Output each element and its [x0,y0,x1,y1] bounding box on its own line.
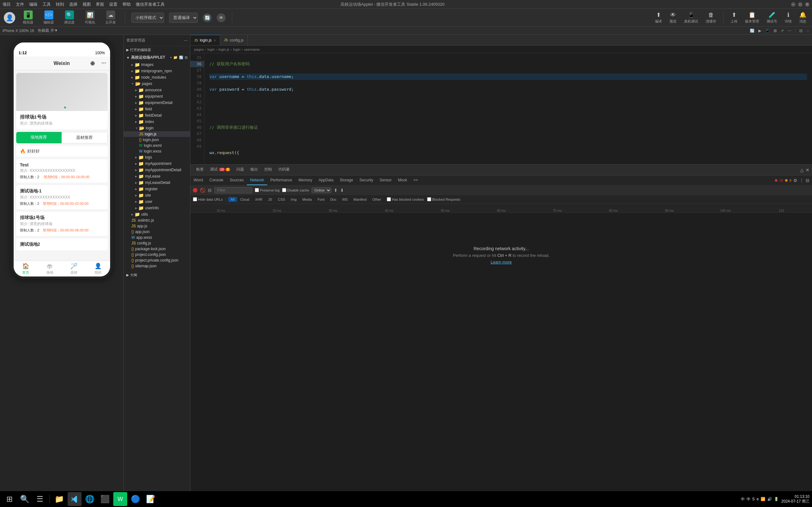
simulator-btn[interactable]: 📱 模拟器 [20,9,36,26]
type-all[interactable]: All [228,197,237,202]
type-js[interactable]: JS [266,197,275,202]
cache-btn[interactable]: 🗑 清缓存 [704,10,718,25]
tree-login-wxml[interactable]: W login.wxml [124,143,190,149]
terminal-taskbar-btn[interactable]: ⬛ [98,492,112,506]
sim-share[interactable]: ↗ [780,29,784,33]
project-section[interactable]: ▼ 高校运动场APPLET + 📁 🔄 ⊟ [124,54,190,61]
breadcrumb-login2[interactable]: login [233,48,241,51]
tree-my-lease[interactable]: ▶ 📁 myLease [124,173,190,179]
clear-btn[interactable]: 🚫 [200,188,205,193]
user-avatar[interactable]: 👤 [4,12,15,23]
sim-layout[interactable]: ⊞ [774,29,777,33]
net-tab-console[interactable]: Console [206,175,226,185]
type-media[interactable]: Media [300,197,314,202]
chrome-taskbar-btn[interactable]: 🌐 [83,492,97,506]
menu-interface[interactable]: 界面 [96,2,104,7]
menu-wechat[interactable]: 微信开发者工具 [136,2,165,7]
tree-utils[interactable]: ▶ 📁 utils [124,211,190,218]
input-method-icon[interactable]: 中 [741,497,745,502]
tab-config-js[interactable]: JS config.js [220,35,248,45]
explorer-scroll[interactable]: ▶ 打开的编辑器 ▼ 高校运动场APPLET + 📁 🔄 ⊟ ▶ 📁 image… [124,46,190,506]
tree-equipment-detail[interactable]: ▶ 📁 equipmentDetail [124,100,190,106]
tree-app-json[interactable]: {} app.json [124,229,190,235]
tree-login[interactable]: ▼ 📂 login [124,125,190,131]
explorer-add-btn[interactable]: ⋯ [184,38,188,43]
compile-select[interactable]: 普通编译 [169,13,198,23]
tree-app-js[interactable]: JS app.js [124,223,190,229]
word-taskbar-btn[interactable]: 📝 [144,492,158,506]
tree-package-lock[interactable]: {} package-lock.json [124,246,190,252]
ime-icon[interactable]: 中 [747,497,751,502]
tree-my-lease-detail[interactable]: ▶ 📁 myLeaseDetail [124,179,190,186]
maximize-button[interactable]: □ [798,2,803,7]
sim-more[interactable]: ⋯ [788,29,792,33]
debugger-btn[interactable]: 🔍 调试器 [61,9,77,26]
volume-icon[interactable]: 🔊 [767,497,772,501]
learn-more-link[interactable]: Learn more [491,260,511,265]
preview-btn[interactable]: 👁 预览 [668,10,678,25]
editor-btn[interactable]: </> 编辑器 [41,9,56,26]
tree-equipment[interactable]: ▶ 📁 equipment [124,93,190,100]
record-btn[interactable] [193,188,197,192]
tree-user-info[interactable]: ▶ 📁 userInfo [124,205,190,211]
nav-mine[interactable]: 👤 我的 [86,263,110,275]
tree-project-private[interactable]: {} project.private.config.json [124,258,190,263]
type-other[interactable]: Other [370,197,384,202]
net-tab-appdata[interactable]: AppData [315,175,337,185]
has-blocked-checkbox[interactable] [387,197,391,201]
devtools-close-btn[interactable]: ✕ [806,167,809,172]
vscode-taskbar-btn[interactable] [67,492,82,506]
net-tab-sources[interactable]: Sources [226,175,247,185]
net-tab-storage[interactable]: Storage [337,175,356,185]
screenshot-btn[interactable]: 热截载 开▼ [38,28,58,33]
tree-field[interactable]: ▶ 📁 field [124,106,190,112]
tree-login-js[interactable]: JS login.js [124,131,190,137]
menu-project[interactable]: 项目 [3,2,11,7]
tree-field-detail[interactable]: ▶ 📁 fieldDetail [124,112,190,119]
close-tab-login-js[interactable]: ✕ [213,39,216,42]
more-options[interactable]: ··· [806,29,809,33]
new-folder-icon[interactable]: 📁 [173,55,178,60]
close-button[interactable]: ✕ [805,2,809,7]
tree-my-appointment-detail[interactable]: ▶ 📁 myAppointmentDetail [124,167,190,173]
net-tab-security[interactable]: Security [356,175,376,185]
upload-icon[interactable]: ⬆ [334,188,338,193]
preserve-log-checkbox[interactable] [255,188,259,192]
sim-mobile[interactable]: 📱 [765,29,770,33]
breadcrumb-login[interactable]: login [207,48,215,51]
download-icon[interactable]: ⬇ [340,188,344,193]
tree-logs[interactable]: ▶ 📁 logs [124,154,190,160]
tree-config-js[interactable]: JS config.js [124,240,190,246]
refresh-btn[interactable]: 🔄 [203,13,212,22]
menu-view[interactable]: 视图 [83,2,91,7]
phone-menu-dots[interactable]: ··· [101,60,106,67]
menu-help[interactable]: 帮助 [122,2,131,7]
tab-equipment[interactable]: 器材推荐 [61,132,108,143]
tree-index[interactable]: ▶ 📁 index [124,119,190,125]
breadcrumb-loginjs[interactable]: login.js [219,48,230,51]
battery-taskbar-icon[interactable]: 🔋 [774,497,779,501]
start-btn[interactable]: ⊞ [3,492,16,506]
net-tab-wxml[interactable]: Wxml [190,175,206,185]
explorer-taskbar-btn[interactable]: 📁 [52,492,66,506]
tab-recommend[interactable]: 场地推荐 [16,132,61,143]
net-tab-performance[interactable]: Performance [267,175,295,185]
task-view-btn[interactable]: ☰ [33,492,47,506]
filter-input[interactable] [214,187,252,193]
mode-select[interactable]: 小程序模式 [132,13,164,23]
menu-file[interactable]: 文件 [16,2,24,7]
net-tab-sensor[interactable]: Sensor [376,175,395,185]
tree-my-appointment[interactable]: ▶ 📁 myAppointment [124,160,190,167]
net-tab-memory[interactable]: Memory [295,175,315,185]
version-btn[interactable]: 📋 版本管理 [743,10,761,25]
real-debug-btn[interactable]: 📱 真机调试 [682,10,700,25]
compile-btn[interactable]: ⬆ 编译 [653,10,664,25]
tree-project-config[interactable]: {} project.config.json [124,252,190,258]
devtools-tab-debug[interactable]: 调试 18 8 [207,165,233,175]
blocked-requests-checkbox[interactable] [427,197,431,201]
tree-sitemap[interactable]: {} sitemap.json [124,263,190,269]
net-tab-more[interactable]: >> [410,175,421,185]
sim-refresh[interactable]: 🔄 [750,29,755,33]
outline-section[interactable]: ▶ 大纲 [124,271,190,279]
tree-app-wxss[interactable]: W app.wxss [124,235,190,240]
